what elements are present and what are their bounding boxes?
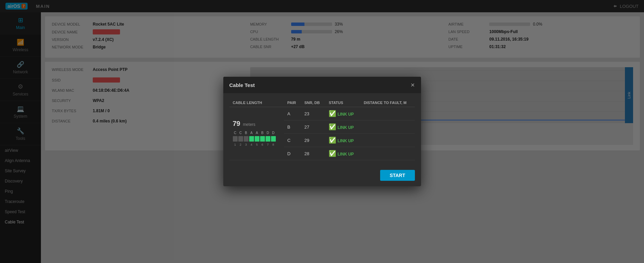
cable-table-body: 79 meters C C B A A B D: [229, 107, 415, 160]
pair-a: A: [284, 107, 301, 120]
modal-overlay[interactable]: Cable Test × CABLE LENGTH PAIR SNR, dB S…: [0, 0, 644, 263]
fault-distance-a: [360, 107, 415, 120]
cable-table-header-row: CABLE LENGTH PAIR SNR, dB STATUS DISTANC…: [229, 99, 415, 107]
status-c: ✅ LINK UP: [325, 134, 360, 147]
cable-test-table: CABLE LENGTH PAIR SNR, dB STATUS DISTANC…: [229, 99, 415, 160]
pins-top-row: C C B A A B D D: [233, 131, 281, 135]
status-ok-icon-b: ✅: [329, 123, 336, 130]
snr-b: 27: [301, 120, 326, 134]
modal-close-button[interactable]: ×: [411, 82, 415, 88]
fault-distance-b: [360, 120, 415, 134]
link-up-d: LINK UP: [338, 152, 354, 157]
snr-a: 23: [301, 107, 326, 120]
th-pair: PAIR: [284, 99, 301, 107]
pair-b: B: [284, 120, 301, 134]
th-status: STATUS: [325, 99, 360, 107]
link-up-c: LINK UP: [338, 138, 354, 143]
status-b: ✅ LINK UP: [325, 120, 360, 134]
cable-row-a: 79 meters C C B A A B D: [229, 107, 415, 120]
pin-6: [260, 136, 265, 142]
th-cable-length: CABLE LENGTH: [229, 99, 284, 107]
fault-distance-d: [360, 147, 415, 160]
pin-4: [249, 136, 254, 142]
fault-distance-c: [360, 134, 415, 147]
status-ok-icon-d: ✅: [329, 150, 336, 157]
status-ok-icon-a: ✅: [329, 110, 336, 117]
pins-numbers-row: 1 2 3 4 5 6 7 8: [233, 143, 281, 146]
cable-length-num: 79: [233, 120, 240, 127]
pin-5: [255, 136, 259, 142]
th-snr: SNR, dB: [301, 99, 326, 107]
snr-c: 29: [301, 134, 326, 147]
cable-table-head: CABLE LENGTH PAIR SNR, dB STATUS DISTANC…: [229, 99, 415, 107]
pair-c: C: [284, 134, 301, 147]
link-up-a: LINK UP: [338, 112, 354, 117]
link-up-b: LINK UP: [338, 125, 354, 130]
cable-diagram: C C B A A B D D: [233, 131, 281, 146]
pin-7: [266, 136, 270, 142]
pin-1: [233, 136, 238, 142]
snr-d: 28: [301, 147, 326, 160]
cable-length-cell: 79 meters C C B A A B D: [229, 107, 284, 160]
th-distance-fault: DISTANCE TO FAULT, m: [360, 99, 415, 107]
modal-header: Cable Test ×: [223, 77, 421, 93]
status-ok-icon-c: ✅: [329, 137, 336, 144]
pins-bars-row: [233, 136, 281, 142]
status-d: ✅ LINK UP: [325, 147, 360, 160]
start-button[interactable]: START: [380, 170, 415, 181]
modal-title: Cable Test: [229, 82, 255, 88]
cable-test-modal: Cable Test × CABLE LENGTH PAIR SNR, dB S…: [223, 77, 421, 186]
modal-body: CABLE LENGTH PAIR SNR, dB STATUS DISTANC…: [223, 93, 421, 166]
modal-footer: START: [223, 166, 421, 186]
pin-3: [244, 136, 249, 142]
status-a: ✅ LINK UP: [325, 107, 360, 120]
cable-length-unit: meters: [243, 122, 255, 127]
pair-d: D: [284, 147, 301, 160]
pin-2: [238, 136, 243, 142]
pin-8: [271, 136, 276, 142]
